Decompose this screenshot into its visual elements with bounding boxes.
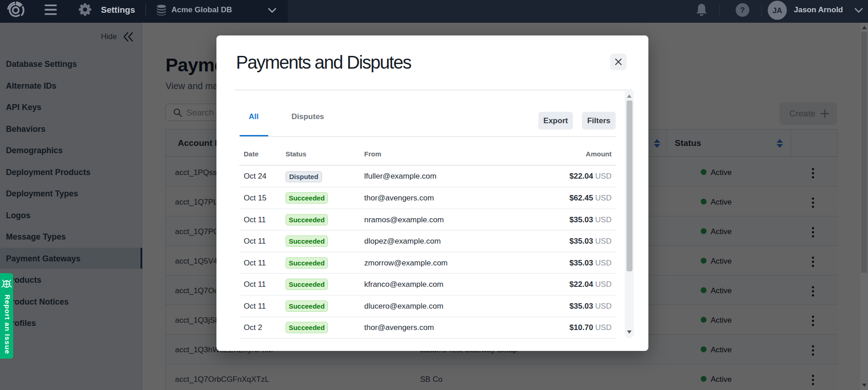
- svg-text:JA: JA: [773, 6, 783, 15]
- svg-text:?: ?: [740, 6, 745, 15]
